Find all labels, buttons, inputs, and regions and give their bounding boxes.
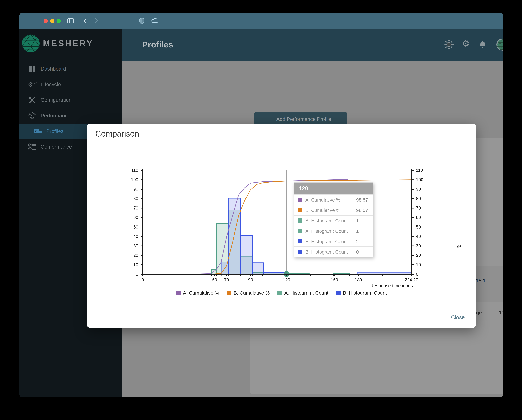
app-settings-gear-icon[interactable]: ⚙ [462,38,470,49]
svg-text:60: 60 [212,278,217,282]
legend-item[interactable]: A: Histogram: Count [278,290,328,295]
tooltip-row: B: Histogram: Count2 [294,236,373,246]
chart-tooltip: 120 A: Cumulative %98.67B: Cumulative %9… [294,182,373,257]
legend-label: A: Histogram: Count [284,290,328,295]
app-header: Profiles ⚙ [122,29,503,61]
svg-text:90: 90 [416,187,421,192]
svg-text:20: 20 [416,253,421,258]
svg-text:70: 70 [224,278,229,282]
svg-text:0: 0 [416,272,418,277]
sidebar-item-dashboard[interactable]: Dashboard [19,61,122,77]
tooltip-series-label: B: Histogram: Count [305,249,353,254]
page-title: Profiles [142,40,173,50]
minimize-window-button[interactable] [50,19,54,23]
sidebar-item-configuration[interactable]: Configuration [19,92,122,108]
legend-label: B: Cumulative % [234,290,270,295]
sidebar-item-label: Lifecycle [41,82,61,87]
close-button[interactable]: Close [449,314,467,321]
sidebar-item-label: Configuration [41,97,72,103]
add-performance-profile-label: Add Performance Profile [276,116,331,122]
tooltip-row: B: Cumulative %98.67 [294,205,373,215]
series-swatch [298,229,302,233]
series-swatch [298,239,302,243]
conformance-checklist-icon [28,143,36,150]
meshery-logo[interactable] [22,34,40,54]
tooltip-series-label: A: Cumulative % [305,197,353,202]
svg-text:110: 110 [131,168,138,173]
cloud-icon[interactable] [151,17,159,25]
svg-text:10: 10 [416,262,421,267]
tools-icon [28,97,36,103]
series-swatch [298,198,302,202]
close-window-button[interactable] [44,19,48,23]
series-swatch [298,250,302,254]
tooltip-row: A: Histogram: Count1 [294,225,373,236]
svg-text:110: 110 [416,168,423,173]
svg-text:80: 80 [133,196,138,201]
tooltip-series-value: 1 [353,216,373,225]
svg-text:70: 70 [416,206,421,210]
legend-item[interactable]: B: Cumulative % [227,290,270,295]
svg-text:120: 120 [283,278,290,282]
chart-legend: A: Cumulative %B: Cumulative %A: Histogr… [87,290,476,295]
x-axis-label: Response time in ms [370,283,413,288]
screenshot-stage: localhost:9081/performance/profiles ↻ ⚙ … [0,0,522,420]
user-avatar[interactable] [496,38,503,52]
tooltip-header: 120 [294,183,373,195]
tooltip-row: B: Histogram: Count0 [294,246,373,257]
sidebar-item-lifecycle[interactable]: ⚙⚙ Lifecycle [19,77,122,92]
series-swatch [298,218,302,223]
series-swatch [298,208,302,212]
svg-text:30: 30 [416,243,421,248]
svg-text:30: 30 [133,243,138,248]
legend-swatch [176,291,181,295]
back-icon[interactable] [83,18,87,25]
tooltip-series-label: A: Histogram: Count [305,228,353,233]
svg-text:SMP: SMP [30,117,35,119]
brand-wordmark: MESHERY [43,38,93,48]
right-axis-label: % [455,243,462,250]
legend-label: B: Histogram: Count [343,290,387,295]
profiles-card-icon [33,129,42,134]
connection-hub-icon[interactable] [444,40,454,51]
browser-toolbar: localhost:9081/performance/profiles ↻ ⚙ … [19,13,503,29]
forward-icon[interactable] [95,18,99,25]
modal-title: Comparison [95,129,139,138]
sidebar-toggle-icon[interactable] [67,18,74,25]
svg-text:100: 100 [416,177,423,182]
browser-window: localhost:9081/performance/profiles ↻ ⚙ … [19,13,503,397]
legend-swatch [278,291,282,295]
tooltip-row: A: Cumulative %98.67 [294,195,373,205]
svg-text:100: 100 [131,177,138,182]
rows-per-page-select[interactable]: 10 [499,310,503,316]
notifications-bell-icon[interactable] [478,40,487,50]
svg-text:20: 20 [133,253,138,258]
sidebar-item-label: Performance [41,113,70,119]
legend-item[interactable]: A: Cumulative % [176,290,219,295]
svg-text:0: 0 [136,272,138,277]
svg-text:180: 180 [355,278,362,282]
svg-text:50: 50 [416,225,421,230]
maximize-window-button[interactable] [57,19,61,23]
comparison-modal: Comparison 00101020203030404050506060707… [87,124,476,328]
tooltip-series-value: 0 [353,247,373,257]
legend-label: A: Cumulative % [183,290,219,295]
svg-text:40: 40 [416,234,421,239]
legend-swatch [227,291,231,295]
legend-item[interactable]: B: Histogram: Count [336,290,387,295]
duration-cell: 15.1 [476,278,486,284]
svg-text:80: 80 [416,196,421,201]
svg-text:90: 90 [248,278,253,282]
svg-text:70: 70 [133,206,138,210]
sidebar-item-performance[interactable]: SMP Performance [19,108,122,124]
lifecycle-gears-icon: ⚙⚙ [28,81,36,88]
speedometer-smp-icon: SMP [28,112,36,119]
tooltip-series-value: 98.67 [353,205,373,215]
svg-text:50: 50 [133,225,138,230]
svg-text:60: 60 [416,215,421,220]
sidebar-item-label: Dashboard [41,66,66,72]
legend-swatch [336,291,341,295]
privacy-shield-icon[interactable] [139,18,145,26]
comparison-chart[interactable]: 0010102020303040405050606070708080909010… [117,159,442,289]
tooltip-series-value: 98.67 [353,195,373,205]
